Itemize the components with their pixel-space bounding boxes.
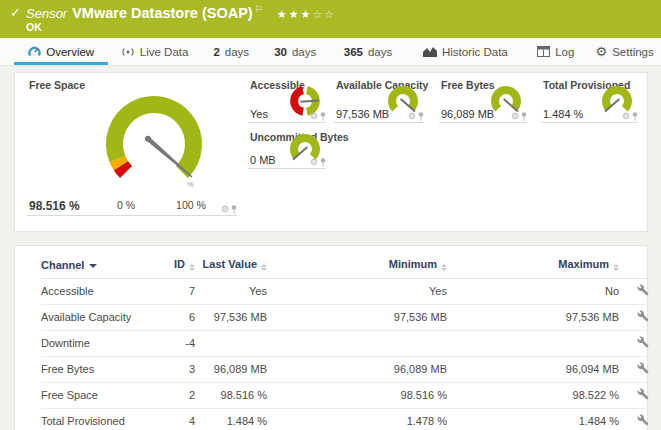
sort-toggle-icon — [189, 264, 195, 271]
tab-label: Settings — [612, 46, 654, 58]
tab-label: Live Data — [140, 46, 189, 58]
channel-settings-wrench-icon[interactable] — [637, 336, 649, 350]
pin-icon[interactable] — [320, 112, 326, 121]
tab-log[interactable]: Log — [523, 38, 588, 65]
channel-maximum: 98.522 % — [447, 383, 619, 409]
gear-icon[interactable]: ⚙ — [622, 112, 630, 121]
tab-label: days — [225, 46, 249, 58]
tab-365-days[interactable]: 365 days — [329, 38, 408, 65]
gauge-tile-free-space: Free Space % 0 % 100 % 98.516 % ⚙ — [27, 79, 237, 216]
pin-icon[interactable] — [231, 205, 237, 214]
sort-desc-icon — [89, 264, 97, 268]
gauge-value: 97,536 MB — [336, 108, 389, 120]
channel-id: 7 — [163, 279, 195, 305]
gauges-panel: Free Space % 0 % 100 % 98.516 % ⚙ Access… — [14, 72, 648, 232]
channels-table: Channel ID Last Value Minimum Maximum Ac… — [41, 250, 649, 430]
gauge-value: 96,089 MB — [441, 108, 494, 120]
gauge-value: 0 MB — [250, 154, 276, 166]
gear-icon[interactable]: ⚙ — [221, 205, 229, 214]
sensor-title: VMware Datastore (SOAP) — [72, 5, 253, 21]
gear-icon[interactable]: ⚙ — [511, 112, 519, 121]
tab-30-days[interactable]: 30 days — [262, 38, 329, 65]
tab-label: Overview — [46, 46, 94, 58]
col-header-actions — [619, 250, 649, 279]
channel-id: 2 — [163, 383, 195, 409]
channel-minimum: Yes — [267, 279, 447, 305]
gauge-needle — [301, 101, 319, 102]
channel-name: Total Provisioned — [41, 409, 163, 430]
object-kind-label: Sensor — [26, 6, 67, 21]
gauge-value: 98.516 % — [29, 199, 80, 213]
gauge-title: Free Space — [29, 79, 85, 91]
tab-2-days[interactable]: 2 days — [201, 38, 262, 65]
pin-icon[interactable] — [632, 112, 638, 121]
channel-id: -4 — [163, 331, 195, 357]
col-header-id[interactable]: ID — [163, 250, 195, 279]
gauge-tile-total-provisioned: Total Provisioned 1.484 % ⚙ — [541, 79, 638, 123]
tab-number: 30 — [274, 46, 287, 58]
table-row[interactable]: Accessible 7 Yes Yes No — [41, 279, 649, 305]
pin-icon[interactable] — [418, 112, 424, 121]
table-row[interactable]: Total Provisioned 4 1.484 % 1.478 % 1.48… — [41, 409, 649, 430]
gauge-value: 1.484 % — [543, 108, 583, 120]
channel-last-value: Yes — [195, 279, 267, 305]
channel-minimum — [267, 331, 447, 357]
channels-panel: Channel ID Last Value Minimum Maximum Ac… — [14, 245, 648, 430]
live-icon — [121, 46, 135, 58]
priority-stars[interactable]: ★★★☆☆ — [277, 8, 336, 20]
tab-label: days — [292, 46, 316, 58]
gear-icon: ⚙ — [596, 45, 608, 58]
pin-icon[interactable] — [320, 158, 326, 167]
tab-historic-data[interactable]: Historic Data — [407, 38, 523, 65]
tab-overview[interactable]: Overview — [14, 38, 108, 65]
table-row[interactable]: Free Space 2 98.516 % 98.516 % 98.522 % — [41, 383, 649, 409]
sensor-status-bar: ✓ SensorVMware Datastore (SOAP)⚐★★★☆☆ OK — [0, 0, 661, 38]
table-row[interactable]: Free Bytes 3 96,089 MB 96,089 MB 96,094 … — [41, 357, 649, 383]
gear-icon[interactable]: ⚙ — [310, 158, 318, 167]
gauge-tile-available-capacity: Available Capacity 97,536 MB ⚙ — [334, 79, 424, 123]
tab-label: Log — [555, 46, 574, 58]
sort-toggle-icon — [261, 264, 267, 271]
favorite-flag-icon[interactable]: ⚐ — [255, 4, 263, 14]
stars-filled[interactable]: ★★★ — [277, 8, 313, 20]
stars-empty[interactable]: ☆☆ — [312, 8, 336, 20]
channel-minimum: 96,089 MB — [267, 357, 447, 383]
gauge-value: Yes — [250, 108, 268, 120]
channel-maximum: No — [447, 279, 619, 305]
table-row[interactable]: Downtime -4 — [41, 331, 649, 357]
gear-icon[interactable]: ⚙ — [310, 112, 318, 121]
channel-name: Free Bytes — [41, 357, 163, 383]
channel-settings-wrench-icon[interactable] — [637, 310, 649, 324]
channel-minimum: 1.478 % — [267, 409, 447, 430]
channel-last-value: 98.516 % — [195, 383, 267, 409]
table-row[interactable]: Available Capacity 6 97,536 MB 97,536 MB… — [41, 305, 649, 331]
gauge-min-label: 0 % — [104, 199, 148, 211]
channel-name: Accessible — [41, 279, 163, 305]
col-header-minimum[interactable]: Minimum — [267, 250, 447, 279]
channel-id: 3 — [163, 357, 195, 383]
gauge-unit-label: % — [187, 180, 194, 189]
channel-settings-wrench-icon[interactable] — [637, 388, 649, 402]
gauge-tile-uncommitted-bytes: Uncommitted Bytes 0 MB ⚙ — [248, 131, 326, 169]
channel-settings-wrench-icon[interactable] — [637, 414, 649, 428]
channel-last-value: 96,089 MB — [195, 357, 267, 383]
sort-toggle-icon — [441, 264, 447, 271]
channel-settings-wrench-icon[interactable] — [637, 362, 649, 376]
channel-minimum: 97,536 MB — [267, 305, 447, 331]
col-header-last-value[interactable]: Last Value — [195, 250, 267, 279]
col-header-maximum[interactable]: Maximum — [447, 250, 619, 279]
ok-check-icon: ✓ — [10, 5, 21, 20]
log-table-icon — [537, 46, 550, 57]
tab-live-data[interactable]: Live Data — [108, 38, 200, 65]
tab-settings[interactable]: ⚙ Settings — [588, 38, 661, 65]
gear-icon[interactable]: ⚙ — [408, 112, 416, 121]
tab-number: 2 — [213, 46, 219, 58]
channel-maximum: 97,536 MB — [447, 305, 619, 331]
table-header-row: Channel ID Last Value Minimum Maximum — [41, 250, 649, 279]
channel-last-value: 97,536 MB — [195, 305, 267, 331]
pin-icon[interactable] — [521, 112, 527, 121]
channel-maximum: 1.484 % — [447, 409, 619, 430]
col-header-channel[interactable]: Channel — [41, 250, 163, 279]
channel-settings-wrench-icon[interactable] — [637, 284, 649, 298]
gauge-max-label: 100 % — [169, 199, 213, 211]
